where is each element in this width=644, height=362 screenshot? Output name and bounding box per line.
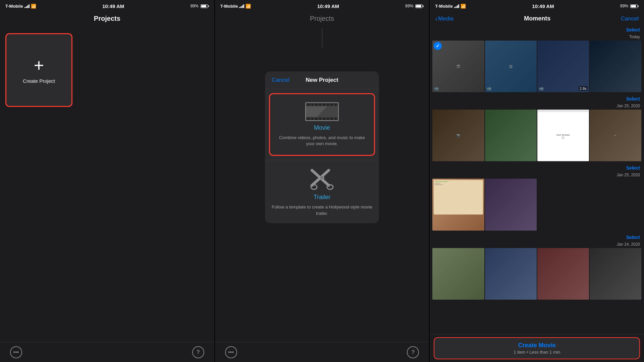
- status-left-1: T-Mobile 📶: [5, 4, 36, 9]
- status-right-1: 89%: [191, 4, 209, 8]
- moments-content: Select Today 🎬 ✓ 📹 🖼 📹 2.: [430, 25, 644, 334]
- projects-title-1: Projects: [0, 12, 214, 28]
- create-project-button[interactable]: + Create Project: [5, 33, 72, 107]
- new-project-dialog: Cancel New Project: [265, 71, 379, 223]
- media-thumb-jan25-4[interactable]: ✂: [590, 110, 641, 161]
- media-grid-today: 🎬 ✓ 📹 🖼 📹 2.8s 📹: [432, 41, 641, 92]
- scissors-icon: [309, 167, 335, 190]
- media-grid-jan24: [432, 248, 641, 300]
- moments-nav: ‹ Media Moments Cancel: [430, 12, 644, 25]
- media-thumb-jan25-2-2[interactable]: [485, 179, 537, 230]
- date-jan24: Jan 24, 2020: [432, 241, 641, 248]
- media-thumb-jan24-4[interactable]: [590, 248, 641, 300]
- status-bar-1: T-Mobile 📶 10:49 AM 89%: [0, 0, 214, 12]
- media-thumb-jan24-1[interactable]: [432, 248, 484, 300]
- date-jan25-2: Jan 25, 2020: [432, 172, 641, 179]
- select-button-today[interactable]: Select: [432, 25, 641, 34]
- create-movie-subtitle: 1 item • Less than 1 min: [440, 350, 634, 355]
- bottom-bar-1: ••• ?: [0, 342, 214, 362]
- select-button-jan25-1[interactable]: Select: [432, 94, 641, 103]
- moments-cancel-button[interactable]: Cancel: [621, 15, 639, 22]
- status-left-2: T-Mobile 📶: [220, 4, 251, 9]
- movie-label: Movie: [314, 124, 330, 131]
- signal-icon-2: [239, 4, 244, 8]
- status-right-2: 89%: [405, 4, 424, 8]
- video-icon-3: 📹: [539, 86, 544, 91]
- carrier-2: T-Mobile: [220, 4, 238, 9]
- wifi-icon-1: 📶: [31, 4, 36, 9]
- status-bar-2: T-Mobile 📶 10:49 AM 89%: [215, 0, 429, 12]
- media-thumb-jan25-2[interactable]: [485, 110, 537, 161]
- create-movie-title: Create Movie: [440, 342, 634, 349]
- date-today: Today: [432, 34, 641, 41]
- projects-title-2: Projects: [215, 12, 429, 28]
- time-1: 10:49 AM: [102, 3, 124, 9]
- video-duration-1: 2.8s: [579, 86, 588, 91]
- dots-icon-2: •••: [228, 349, 234, 355]
- media-thumb-today-3[interactable]: 2.8s 📹: [537, 41, 589, 92]
- create-movie-bar: Create Movie 1 item • Less than 1 min: [430, 334, 644, 362]
- battery-icon-2: [415, 4, 424, 8]
- video-icon-2: 📹: [486, 86, 491, 91]
- panel-projects: T-Mobile 📶 10:49 AM 89% Projects + Creat…: [0, 0, 214, 362]
- projects-content: + Create Project: [0, 28, 214, 342]
- select-button-jan25-2[interactable]: Select: [432, 163, 641, 172]
- battery-icon-3: [630, 4, 639, 8]
- status-left-3: T-Mobile 📶: [435, 4, 466, 9]
- signal-icon-1: [24, 4, 30, 8]
- media-thumb-today-1[interactable]: 🎬 ✓ 📹: [432, 41, 484, 92]
- svg-point-3: [311, 185, 317, 189]
- time-2: 10:49 AM: [317, 3, 339, 9]
- help-button-1[interactable]: ?: [192, 346, 204, 358]
- svg-point-4: [327, 185, 333, 189]
- help-icon-2: ?: [411, 349, 415, 355]
- select-button-jan24[interactable]: Select: [432, 233, 641, 241]
- plus-icon: +: [34, 57, 44, 74]
- back-to-media-button[interactable]: ‹ Media: [435, 15, 453, 22]
- dialog-title: New Project: [297, 77, 347, 83]
- status-bar-3: T-Mobile 📶 10:49 AM 89%: [430, 0, 644, 12]
- dialog-cancel-button[interactable]: Cancel: [272, 77, 297, 83]
- media-thumb-today-2[interactable]: 🖼 📹: [485, 41, 537, 92]
- status-right-3: 89%: [620, 4, 639, 8]
- date-jan25-1: Jan 25, 2020: [432, 103, 641, 110]
- trailer-label: Trailer: [314, 194, 330, 201]
- media-thumb-jan24-2[interactable]: [485, 248, 537, 300]
- bottom-bar-2: ••• ?: [215, 342, 429, 362]
- dots-button-1[interactable]: •••: [10, 346, 22, 358]
- panel-new-project: T-Mobile 📶 10:49 AM 89% Projects Can: [215, 0, 429, 362]
- help-icon-1: ?: [197, 349, 200, 355]
- svg-point-2: [320, 176, 324, 180]
- dots-button-2[interactable]: •••: [225, 346, 237, 358]
- media-thumb-today-4[interactable]: [590, 41, 641, 92]
- battery-percent-2: 89%: [405, 4, 413, 8]
- create-movie-button[interactable]: Create Movie 1 item • Less than 1 min: [434, 337, 640, 359]
- media-thumb-jan25-2-1[interactable]: ✓ Booking confirmed email sent to garret…: [432, 179, 484, 230]
- signal-icon-3: [454, 4, 459, 8]
- dots-icon-1: •••: [13, 349, 19, 355]
- battery-percent-1: 89%: [191, 4, 199, 8]
- media-thumb-jan25-1[interactable]: 📷: [432, 110, 484, 161]
- trailer-description: Follow a template to create a Hollywood-…: [270, 204, 374, 216]
- movie-film-icon: [305, 102, 339, 121]
- vertical-line: [322, 28, 322, 48]
- time-3: 10:49 AM: [532, 3, 554, 9]
- wifi-icon-2: 📶: [246, 4, 251, 9]
- media-grid-jan25-1: 📷 Cancel New Project Movie Trailer: [432, 110, 641, 161]
- trailer-option[interactable]: Trailer Follow a template to create a Ho…: [265, 160, 379, 223]
- dialog-container: Cancel New Project: [215, 48, 429, 342]
- battery-percent-3: 89%: [620, 4, 628, 8]
- dialog-header: Cancel New Project: [265, 71, 379, 89]
- moments-title: Moments: [456, 15, 618, 22]
- carrier-1: T-Mobile: [5, 4, 23, 9]
- media-grid-jan25-2: ✓ Booking confirmed email sent to garret…: [432, 179, 641, 230]
- help-button-2[interactable]: ?: [407, 346, 419, 358]
- media-thumb-jan24-3[interactable]: [537, 248, 589, 300]
- chevron-left-icon: ‹: [435, 15, 437, 22]
- media-thumb-jan25-3[interactable]: Cancel New Project Movie Trailer: [537, 110, 589, 161]
- create-project-label: Create Project: [23, 78, 55, 84]
- carrier-3: T-Mobile: [435, 4, 453, 9]
- panel-media: T-Mobile 📶 10:49 AM 89% ‹ Media Moments …: [430, 0, 644, 362]
- video-icon-1: 📹: [434, 86, 439, 91]
- movie-option[interactable]: Movie Combine videos, photos, and music …: [269, 93, 375, 156]
